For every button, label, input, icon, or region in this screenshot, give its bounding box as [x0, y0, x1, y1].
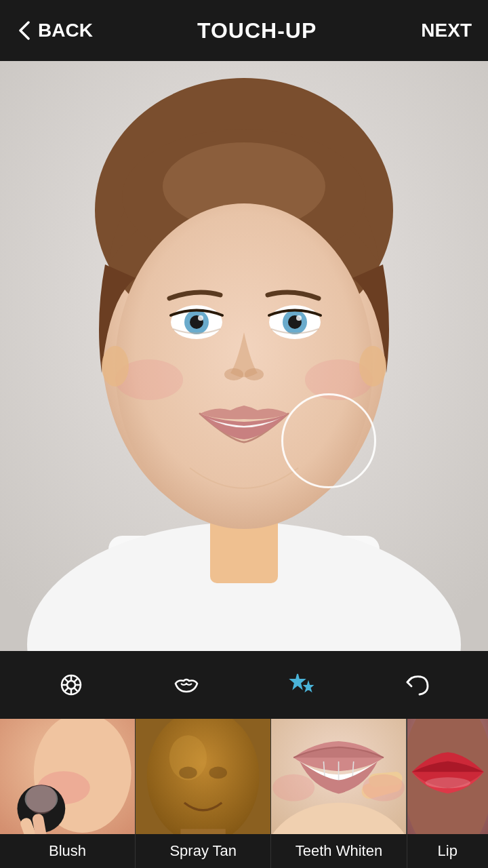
toolbar [0, 651, 488, 719]
svg-point-60 [273, 774, 315, 802]
svg-marker-35 [291, 674, 304, 688]
svg-point-50 [179, 767, 197, 779]
svg-point-17 [198, 315, 203, 321]
blush-label: Blush [49, 834, 86, 868]
page-title: TOUCH-UP [197, 18, 317, 43]
lips-toolbar-button[interactable] [163, 661, 210, 709]
svg-marker-36 [304, 682, 312, 691]
svg-point-23 [102, 346, 129, 387]
camera-toolbar-button[interactable] [47, 661, 95, 709]
spray-tan-tool[interactable]: Spray Tan [135, 719, 270, 868]
undo-toolbar-button[interactable] [393, 661, 441, 709]
svg-line-32 [74, 688, 78, 692]
portrait-image [0, 61, 488, 651]
tools-panel: Blush [0, 719, 488, 868]
spray-tan-thumbnail [136, 719, 270, 834]
svg-point-18 [296, 315, 302, 321]
back-label: BACK [38, 20, 93, 41]
lip-tool[interactable]: Lip [407, 719, 488, 868]
svg-point-65 [425, 777, 470, 788]
svg-line-34 [64, 688, 68, 692]
teeth-whiten-tool[interactable]: Teeth Whiten [270, 719, 406, 868]
image-canvas[interactable] [0, 61, 488, 651]
sparkle-icon [285, 669, 318, 701]
lip-thumbnail [407, 719, 488, 834]
svg-line-33 [74, 678, 78, 682]
next-button[interactable]: NEXT [421, 20, 472, 41]
svg-line-31 [64, 678, 68, 682]
camera-icon [55, 669, 87, 701]
back-button[interactable]: BACK [16, 20, 93, 41]
sparkle-toolbar-button[interactable] [278, 661, 325, 709]
lips-icon [170, 669, 203, 701]
svg-point-51 [209, 767, 228, 779]
undo-icon [401, 669, 433, 701]
lip-label: Lip [438, 834, 458, 868]
back-chevron-icon [16, 21, 33, 40]
teeth-whiten-thumbnail [271, 719, 406, 834]
svg-point-61 [363, 774, 405, 802]
svg-point-19 [224, 368, 243, 380]
svg-rect-49 [181, 829, 226, 834]
svg-point-47 [147, 719, 260, 834]
svg-point-24 [359, 346, 386, 387]
teeth-whiten-label: Teeth Whiten [296, 834, 382, 868]
header: BACK TOUCH-UP NEXT [0, 0, 488, 61]
blush-thumbnail [0, 719, 135, 834]
svg-point-45 [26, 784, 56, 814]
spray-tan-label: Spray Tan [169, 834, 237, 868]
blush-tool[interactable]: Blush [0, 719, 135, 868]
svg-point-20 [245, 368, 264, 380]
